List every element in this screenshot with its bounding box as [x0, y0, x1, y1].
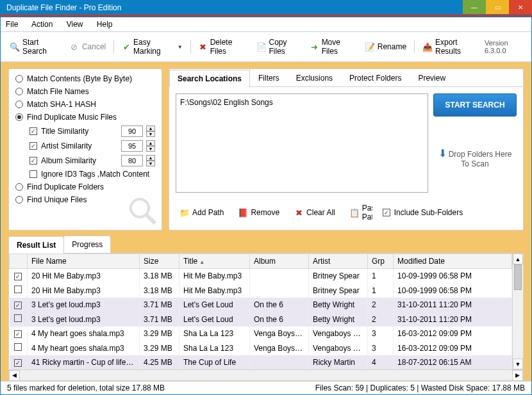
scroll-left-icon[interactable]: ◀ [9, 370, 20, 381]
row-checkbox[interactable] [14, 273, 22, 280]
drop-zone[interactable]: ⬇ Drop Folders Here To Scan [433, 147, 517, 168]
search-locations-panel: Search Locations Filters Exclusions Prot… [169, 69, 524, 230]
cell-size: 3.29 MB [140, 341, 179, 355]
check-ignore-id3[interactable]: Ignore ID3 Tags ,Match Content [29, 170, 155, 179]
menu-action[interactable]: Action [31, 20, 53, 29]
tab-progress[interactable]: Progress [63, 236, 111, 253]
start-search-main-button[interactable]: START SEARCH [433, 93, 517, 117]
cell-title: Hit Me Baby.mp3 [179, 269, 250, 284]
radio-match-contents[interactable]: Match Contents (Byte By Byte) [15, 74, 155, 83]
cell-grp: 1 [368, 283, 394, 298]
dropdown-icon: ▼ [178, 44, 183, 50]
cell-title: Sha La La 123 [179, 341, 250, 355]
cell-artist: Britney Spear [309, 283, 368, 298]
spinner-buttons[interactable]: ▲▼ [146, 125, 155, 137]
scroll-thumb[interactable] [514, 264, 522, 290]
cell-album: Venga Boys 123 [250, 326, 309, 341]
table-row[interactable]: 4 My heart goes shala.mp33.29 MBSha La L… [10, 326, 512, 341]
row-checkbox[interactable] [14, 302, 22, 309]
cell-modified: 18-07-2012 06:15 AM [394, 355, 512, 369]
minimize-button[interactable]: — [463, 0, 486, 14]
cell-album [250, 283, 309, 298]
maximize-button[interactable]: ▭ [486, 0, 509, 14]
radio-match-filenames[interactable]: Match File Names [15, 87, 155, 96]
paste-path-button[interactable]: 📋Paste Path [345, 202, 376, 223]
artist-similarity-value[interactable]: 95 [121, 140, 143, 152]
col-check[interactable] [10, 254, 28, 269]
check-artist-similarity[interactable]: Artist Similarity95▲▼ [29, 140, 155, 152]
col-grp[interactable]: Grp [368, 254, 394, 269]
tab-preview[interactable]: Preview [410, 69, 454, 86]
menu-view[interactable]: View [67, 20, 83, 29]
magnify-watermark-icon [127, 195, 158, 226]
col-size[interactable]: Size [140, 254, 179, 269]
spinner-buttons[interactable]: ▲▼ [146, 140, 155, 152]
col-modified[interactable]: Modified Date [394, 254, 512, 269]
tab-filters[interactable]: Filters [250, 69, 288, 86]
tab-protect-folders[interactable]: Protect Folders [341, 69, 410, 86]
col-album[interactable]: Album [250, 254, 309, 269]
row-checkbox[interactable] [14, 330, 22, 338]
vertical-scrollbar[interactable]: ▲ ▼ [512, 254, 523, 369]
delete-files-button[interactable]: ✖Delete Files [195, 36, 250, 58]
scroll-up-icon[interactable]: ▲ [513, 254, 523, 264]
cell-title: Let's Get Loud [179, 312, 250, 326]
row-checkbox[interactable] [14, 359, 22, 367]
move-files-button[interactable]: ➜Move Files [306, 36, 358, 58]
radio-icon [15, 113, 23, 121]
scroll-down-icon[interactable]: ▼ [513, 359, 523, 369]
window-title: Duplicate File Finder - Pro Edition [6, 3, 463, 12]
cell-size: 3.18 MB [140, 283, 179, 298]
include-subfolders-check[interactable]: Include Sub-Folders [383, 208, 463, 217]
album-similarity-value[interactable]: 80 [121, 155, 143, 166]
radio-find-music[interactable]: Find Duplicate Music Files [15, 113, 155, 122]
path-list[interactable]: F:\Songs\02 English Songs [176, 93, 428, 193]
table-row[interactable]: 3 Let's get loud.mp33.71 MBLet's Get Lou… [10, 298, 512, 312]
title-similarity-value[interactable]: 90 [121, 125, 143, 137]
row-checkbox[interactable] [14, 314, 22, 322]
menu-file[interactable]: File [6, 20, 18, 29]
menu-help[interactable]: Help [97, 20, 113, 29]
col-title[interactable]: Title▲ [179, 254, 250, 269]
table-row[interactable]: 20 Hit Me Baby.mp33.18 MBHit Me Baby.mp3… [10, 283, 512, 298]
checkbox-icon [29, 157, 37, 165]
tab-search-locations[interactable]: Search Locations [169, 70, 250, 87]
start-search-button[interactable]: 🔍Start Search [6, 36, 63, 58]
svg-line-1 [146, 214, 155, 223]
easy-marking-button[interactable]: ✔Easy Marking▼ [118, 36, 187, 58]
cell-title: The Cup of Life [179, 355, 250, 369]
spinner-buttons[interactable]: ▲▼ [146, 155, 155, 166]
rename-button[interactable]: 📝Rename [361, 40, 410, 54]
path-item[interactable]: F:\Songs\02 English Songs [180, 98, 424, 107]
col-artist[interactable]: Artist [309, 254, 368, 269]
check-title-similarity[interactable]: Title Similarity90▲▼ [29, 125, 155, 137]
remove-path-button[interactable]: 📕Remove [234, 206, 283, 220]
export-results-button[interactable]: 📤Export Results [419, 36, 482, 58]
radio-match-sha1[interactable]: Match SHA-1 HASH [15, 100, 155, 109]
cancel-button[interactable]: ⊘Cancel [65, 40, 110, 54]
table-row[interactable]: 41 Ricky martin - Cup of life.mp34.25 MB… [10, 355, 512, 369]
table-row[interactable]: 3 Let's get loud.mp33.71 MBLet's Get Lou… [10, 312, 512, 326]
cell-artist: Vengaboys 123 [309, 326, 368, 341]
add-path-button[interactable]: 📁Add Path [176, 206, 228, 220]
cell-artist: Ricky Martin [309, 355, 368, 369]
copy-files-button[interactable]: 📄Copy Files [253, 36, 304, 58]
col-filename[interactable]: File Name [28, 254, 140, 269]
checkbox-icon [383, 209, 390, 216]
row-checkbox[interactable] [14, 343, 22, 351]
cell-grp: 1 [368, 269, 394, 284]
clear-all-button[interactable]: ✖Clear All [290, 206, 339, 220]
cell-album: On the 6 [250, 312, 309, 326]
clear-icon: ✖ [294, 207, 304, 218]
close-button[interactable]: ✕ [509, 0, 532, 14]
row-checkbox[interactable] [14, 286, 22, 293]
scroll-right-icon[interactable]: ▶ [512, 370, 523, 381]
horizontal-scrollbar[interactable]: ◀ ▶ [9, 369, 523, 380]
table-row[interactable]: 4 My heart goes shala.mp33.29 MBSha La L… [10, 341, 512, 355]
tab-exclusions[interactable]: Exclusions [288, 69, 341, 86]
table-row[interactable]: 20 Hit Me Baby.mp33.18 MBHit Me Baby.mp3… [10, 269, 512, 284]
tab-result-list[interactable]: Result List [8, 236, 64, 254]
check-album-similarity[interactable]: Album Similarity80▲▼ [29, 155, 155, 166]
location-tabs: Search Locations Filters Exclusions Prot… [169, 69, 523, 87]
radio-duplicate-folders[interactable]: Find Duplicate Folders [15, 182, 155, 191]
